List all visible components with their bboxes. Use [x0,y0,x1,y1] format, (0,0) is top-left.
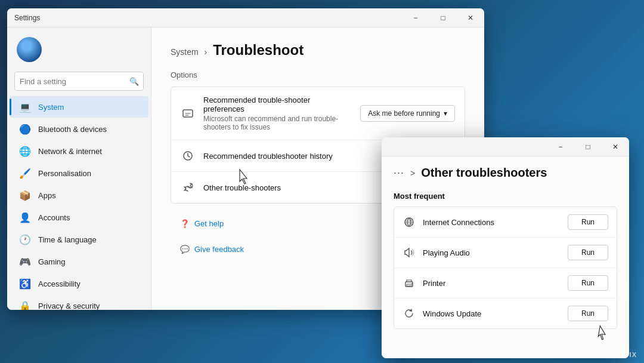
svg-point-5 [411,283,413,284]
sidebar-profile [7,32,151,72]
avatar [17,37,42,62]
sidebar-item-privacy[interactable]: 🔒 Privacy & security [10,295,148,310]
prefs-icon [181,106,195,121]
internet-run-button[interactable]: Run [568,214,608,230]
audio-icon [402,246,416,259]
internet-icon [402,216,416,229]
sidebar-item-accessibility[interactable]: ♿ Accessibility [10,273,148,294]
audio-run-button[interactable]: Run [568,245,608,260]
accounts-icon: 👤 [19,211,31,223]
sidebar-item-label: Network & internet [38,147,102,156]
sidebar-item-label: Time & language [38,235,97,244]
sidebar-item-personalisation[interactable]: 🖌️ Personalisation [10,162,148,184]
sidebar-item-label: Personalisation [38,169,91,178]
get-help-icon: ❓ [180,219,190,228]
minimize-button[interactable]: − [402,8,429,27]
ts-header: ··· > Other troubleshooters [394,166,617,180]
settings-titlebar: Settings − □ ✕ [7,8,484,27]
wrench-icon [181,180,195,195]
ts-section-label: Most frequent [394,192,617,201]
sidebar-item-label: Gaming [38,257,66,266]
sidebar-item-label: System [38,103,64,112]
gaming-icon: 🎮 [19,256,31,267]
ts-nav-chevron: > [410,168,415,178]
watermark: UGETFIX [604,351,637,358]
printer-run-button[interactable]: Run [568,275,608,291]
sidebar-item-bluetooth[interactable]: 🔵 Bluetooth & devices [10,118,148,140]
apps-icon: 📦 [19,189,31,201]
printer-icon [402,276,416,290]
sidebar-item-label: Apps [38,191,56,200]
history-icon [181,149,195,163]
sidebar-item-label: Bluetooth & devices [38,125,107,134]
printer-label: Printer [423,279,561,288]
options-label: Options [171,70,465,79]
ts-row-printer: Printer Run [394,268,617,299]
close-button[interactable]: ✕ [457,8,484,27]
sidebar-item-apps[interactable]: 📦 Apps [10,184,148,206]
recommended-prefs-row: Recommended trouble-shooter preferences … [171,87,465,140]
sidebar-item-accounts[interactable]: 👤 Accounts [10,207,148,228]
ts-maximize-button[interactable]: □ [574,137,602,156]
time-icon: 🕐 [19,233,31,245]
personalisation-icon: 🖌️ [19,167,31,179]
bluetooth-icon: 🔵 [19,123,31,135]
search-input[interactable] [14,72,144,91]
prefs-title: Recommended trouble-shooter preferences [203,96,352,113]
system-icon: 💻 [19,101,31,113]
windows-update-icon [402,307,416,320]
search-icon: 🔍 [129,77,139,86]
sidebar-item-label: Accessibility [38,279,80,288]
maximize-button[interactable]: □ [429,8,457,27]
sidebar-nav: 💻 System 🔵 Bluetooth & devices 🌐 Network… [7,96,151,310]
ts-title: Other troubleshooters [421,166,547,180]
ts-card: Internet Connections Run Playing Audio R… [394,207,617,329]
troubleshooters-titlebar: − □ ✕ [382,137,629,156]
windows-update-label: Windows Update [423,309,561,318]
prefs-desc: Microsoft can recommend and run trouble-… [203,115,352,131]
ts-titlebar-controls: − □ ✕ [547,137,629,156]
sidebar-item-network[interactable]: 🌐 Network & internet [10,140,148,162]
ts-row-windows-update: Windows Update Run [394,299,617,328]
breadcrumb: System › Troubleshoot [171,42,465,59]
ts-row-internet: Internet Connections Run [394,207,617,238]
settings-window-title: Settings [14,14,40,22]
prefs-dropdown[interactable]: Ask me before running ▾ [360,105,455,122]
troubleshooters-body: ··· > Other troubleshooters Most frequen… [382,156,629,358]
breadcrumb-separator: › [205,47,210,57]
ts-dots: ··· [394,167,404,179]
sidebar-item-system[interactable]: 💻 System [10,96,148,118]
search-box: 🔍 [14,72,144,91]
ts-close-button[interactable]: ✕ [602,137,629,156]
internet-label: Internet Connections [423,218,561,227]
breadcrumb-parent: System [171,47,199,57]
sidebar-item-gaming[interactable]: 🎮 Gaming [10,251,148,272]
troubleshooters-window: − □ ✕ ··· > Other troubleshooters Most f… [382,137,629,358]
ts-row-audio: Playing Audio Run [394,238,617,268]
sidebar-item-label: Accounts [38,213,70,222]
svg-rect-4 [407,284,411,286]
page-title: Troubleshoot [213,42,304,58]
feedback-icon: 💬 [180,245,190,254]
privacy-icon: 🔒 [19,300,31,310]
accessibility-icon: ♿ [19,278,31,290]
sidebar-item-time[interactable]: 🕐 Time & language [10,229,148,250]
ts-minimize-button[interactable]: − [547,137,574,156]
sidebar-item-label: Privacy & security [38,302,100,310]
windows-update-run-button[interactable]: Run [568,306,608,321]
desktop: Settings − □ ✕ 🔍 [0,0,644,363]
audio-label: Playing Audio [423,248,561,257]
titlebar-controls: − □ ✕ [402,8,484,27]
network-icon: 🌐 [19,145,31,157]
chevron-down-icon: ▾ [444,109,447,118]
sidebar: 🔍 💻 System 🔵 Bluetooth & devices 🌐 Netwo… [7,27,151,310]
page-header: System › Troubleshoot [171,42,465,59]
